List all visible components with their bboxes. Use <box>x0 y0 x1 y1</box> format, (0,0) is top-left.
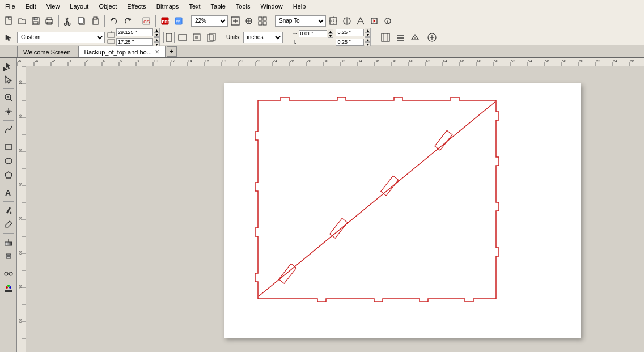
menu-table[interactable]: Table <box>208 2 228 10</box>
zoom-view[interactable] <box>243 15 255 27</box>
nudge-y-top-input[interactable] <box>336 29 364 36</box>
cut-button[interactable] <box>62 15 74 27</box>
print-button[interactable] <box>43 15 56 27</box>
copy-button[interactable] <box>75 15 88 27</box>
fill-tool[interactable] <box>2 203 15 217</box>
zoom-full[interactable] <box>229 15 242 27</box>
tab-backup-close[interactable]: ✕ <box>155 49 159 55</box>
snap-icon3[interactable] <box>368 15 380 27</box>
dim-inputs: 29.125 " ▲ ▼ 17.25 " ▲ ▼ <box>116 28 160 46</box>
svg-rect-28 <box>263 17 266 20</box>
svg-rect-29 <box>259 22 262 25</box>
menu-effects[interactable]: Effects <box>124 2 149 10</box>
svg-text:A: A <box>5 188 11 197</box>
units-label: Units: <box>226 34 241 40</box>
lt-sep5 <box>3 201 14 202</box>
pan-tool[interactable] <box>2 105 15 118</box>
page-count[interactable] <box>205 31 218 44</box>
menu-window[interactable]: Window <box>258 2 286 10</box>
lt-sep3 <box>3 138 14 138</box>
more-icon[interactable] <box>409 31 421 44</box>
view-grid[interactable] <box>256 15 269 27</box>
import-button[interactable]: CS <box>140 15 152 27</box>
height-input[interactable]: 17.25 " <box>116 38 153 46</box>
nudge-y-row <box>291 39 334 45</box>
nudge-yt-down[interactable]: ▼ <box>365 32 371 37</box>
width-icon <box>107 30 115 45</box>
tab-add-button[interactable]: + <box>167 46 177 57</box>
export-button[interactable]: PDF <box>159 15 171 27</box>
menu-tools[interactable]: Tools <box>233 2 253 10</box>
undo-button[interactable] <box>108 15 120 27</box>
open-button[interactable] <box>16 15 28 27</box>
top-ruler <box>17 58 644 66</box>
freehand-tool[interactable] <box>2 122 15 136</box>
align-icon[interactable] <box>394 31 406 44</box>
menu-edit[interactable]: Edit <box>23 2 39 10</box>
selector-tool[interactable] <box>2 31 15 44</box>
svg-point-61 <box>5 76 6 78</box>
menu-bitmaps[interactable]: Bitmaps <box>154 2 182 10</box>
redo-button[interactable] <box>121 15 134 27</box>
svg-text:PDF: PDF <box>162 20 170 24</box>
transform-icon[interactable] <box>379 31 392 44</box>
zoom-select[interactable]: 22% 50% 100% <box>191 15 228 27</box>
svg-text:CS: CS <box>143 19 150 24</box>
drawing-canvas[interactable] <box>26 66 644 352</box>
width-down[interactable]: ▼ <box>154 32 160 37</box>
nudge-yt-up[interactable]: ▲ <box>365 28 371 32</box>
ellipse-tool[interactable] <box>2 154 15 168</box>
color-tool[interactable] <box>2 281 15 295</box>
width-up[interactable]: ▲ <box>154 28 160 32</box>
snap-icon2[interactable] <box>354 15 367 27</box>
nudge-yb-up[interactable]: ▲ <box>365 37 371 42</box>
doc-preset-select[interactable]: Custom <box>17 32 105 43</box>
snap-toggle[interactable] <box>341 15 353 27</box>
nudge-x-input[interactable] <box>299 30 327 37</box>
smart-fill[interactable] <box>2 249 15 263</box>
snap-icon4[interactable]: + <box>382 15 394 27</box>
zoom-tool[interactable] <box>2 91 15 104</box>
menu-object[interactable]: Object <box>96 2 120 10</box>
menu-file[interactable]: File <box>2 2 18 10</box>
nudge-x-down[interactable]: ▼ <box>328 33 334 38</box>
eyedropper-tool[interactable] <box>2 218 15 231</box>
nudge-y-bot-input[interactable] <box>336 39 364 46</box>
height-up[interactable]: ▲ <box>154 37 160 42</box>
nudge-yb-down[interactable]: ▼ <box>365 42 371 46</box>
menu-layout[interactable]: Layout <box>67 2 91 10</box>
save-button[interactable] <box>29 15 42 27</box>
tab-welcome[interactable]: Welcome Screen <box>17 46 77 57</box>
separator6 <box>272 15 272 27</box>
width-row: 29.125 " ▲ ▼ <box>116 28 160 37</box>
snap-icon[interactable] <box>327 15 340 27</box>
svg-rect-72 <box>5 242 12 245</box>
svg-point-62 <box>10 80 11 82</box>
units-select[interactable]: inches <box>243 32 283 43</box>
rect-tool[interactable] <box>2 140 15 154</box>
menu-text[interactable]: Text <box>186 2 203 10</box>
interactive-fill[interactable] <box>2 235 15 249</box>
blend-tool[interactable] <box>2 267 15 281</box>
svg-rect-43 <box>166 33 172 41</box>
tab-backup[interactable]: Backup_of_top and bo... ✕ <box>78 46 166 57</box>
text-tool[interactable]: A <box>2 186 15 200</box>
new-button[interactable] <box>2 15 15 27</box>
nudge-group: ▲ ▼ <box>291 29 334 45</box>
page-options[interactable] <box>190 31 203 44</box>
width-input[interactable]: 29.125 " <box>116 28 153 36</box>
menu-help[interactable]: Help <box>290 2 309 10</box>
svg-rect-42 <box>108 40 115 43</box>
shape-tool[interactable] <box>2 73 15 87</box>
landscape-button[interactable] <box>177 32 188 43</box>
svg-rect-50 <box>382 33 389 41</box>
snap-select[interactable]: Snap To <box>275 15 326 27</box>
ruler-left-canvas <box>17 66 26 352</box>
menu-view[interactable]: View <box>44 2 63 10</box>
nudge-x-up[interactable]: ▲ <box>328 29 334 33</box>
circle-plus-icon[interactable] <box>426 31 438 44</box>
polygon-tool[interactable] <box>2 168 15 182</box>
portrait-button[interactable] <box>163 32 175 43</box>
publish-button[interactable]: W <box>172 15 185 27</box>
paste-button[interactable] <box>89 15 101 27</box>
